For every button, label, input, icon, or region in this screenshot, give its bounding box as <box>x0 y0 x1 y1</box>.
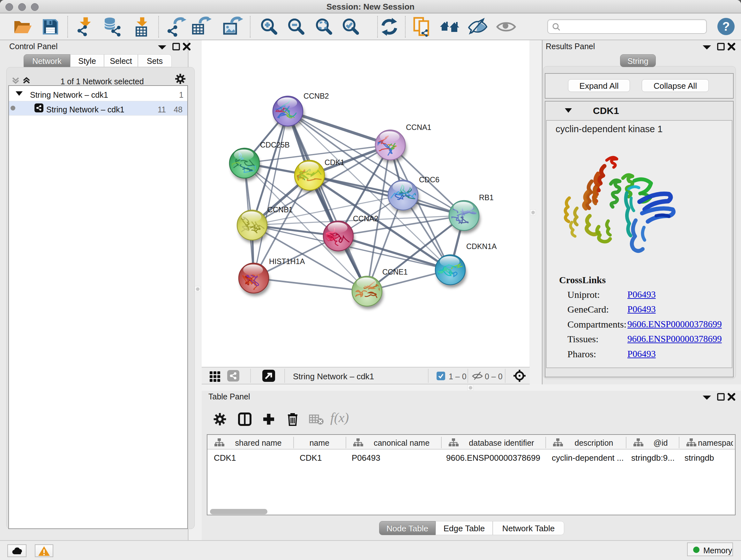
svg-text:CCNB1: CCNB1 <box>267 206 293 214</box>
svg-text:RB1: RB1 <box>479 193 494 202</box>
svg-text:CCNE1: CCNE1 <box>382 268 408 276</box>
svg-text:CDC6: CDC6 <box>419 176 440 184</box>
svg-text:CCNA1: CCNA1 <box>406 123 431 132</box>
svg-text:CCNB2: CCNB2 <box>304 92 329 100</box>
svg-text:HIST1H1A: HIST1H1A <box>269 257 305 266</box>
svg-text:CDKN1A: CDKN1A <box>466 242 497 251</box>
svg-text:CCNA2: CCNA2 <box>353 214 379 223</box>
svg-text:CDK1: CDK1 <box>325 159 345 167</box>
svg-text:CDC25B: CDC25B <box>260 141 290 149</box>
